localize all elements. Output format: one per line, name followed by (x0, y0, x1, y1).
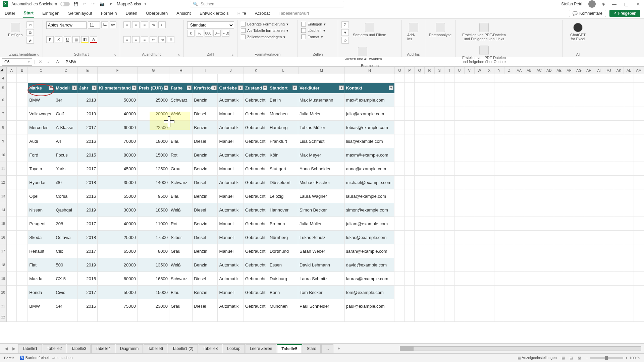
cell[interactable] (614, 176, 624, 189)
cell[interactable]: sarah@example.com (345, 244, 394, 258)
cell[interactable]: Nissan (28, 203, 54, 217)
cell[interactable]: 40000 (98, 107, 138, 121)
cell[interactable]: Dortmund (268, 244, 298, 258)
filter-dropdown-icon[interactable]: ▾ (187, 85, 192, 90)
cell[interactable] (634, 272, 644, 286)
cell[interactable] (584, 93, 594, 107)
cell[interactable] (604, 74, 614, 83)
cell[interactable]: Farbe▾ (169, 83, 193, 93)
cell[interactable] (534, 231, 544, 244)
cell[interactable] (405, 231, 415, 244)
cell[interactable]: 45000 (98, 162, 138, 176)
cell[interactable] (434, 162, 444, 176)
cell[interactable] (584, 203, 594, 217)
cell[interactable] (17, 162, 28, 176)
cell[interactable] (484, 189, 494, 203)
cell[interactable] (534, 74, 544, 83)
increase-indent-button[interactable]: ⇥ (158, 36, 166, 43)
cell[interactable]: Benzin (193, 258, 218, 272)
cell[interactable]: Automatik (218, 176, 244, 189)
cell[interactable] (434, 258, 444, 272)
cell[interactable] (494, 286, 504, 299)
cell[interactable] (554, 121, 564, 134)
cell[interactable]: 2017 (78, 217, 98, 231)
cell[interactable]: Kraftstoff▾ (193, 83, 218, 93)
cell[interactable] (464, 272, 474, 286)
menu-tab-hilfe[interactable]: Hilfe (237, 9, 247, 18)
cell[interactable]: Gebraucht (244, 162, 268, 176)
cell[interactable] (514, 231, 524, 244)
cell[interactable] (474, 134, 484, 148)
cell[interactable] (614, 217, 624, 231)
cell[interactable]: Diesel (193, 134, 218, 148)
cell[interactable] (554, 107, 564, 121)
column-header[interactable]: G (138, 67, 169, 74)
column-header[interactable]: L (268, 67, 298, 74)
cell[interactable]: Lukas Schulz (298, 231, 345, 244)
cell[interactable] (415, 134, 425, 148)
cell[interactable] (7, 176, 17, 189)
cell[interactable] (504, 176, 514, 189)
cell[interactable] (574, 203, 584, 217)
clear-button[interactable]: ◇ (341, 37, 349, 44)
cell[interactable] (415, 203, 425, 217)
addins-button[interactable]: Add-Ins (405, 21, 422, 42)
cell[interactable]: Benzin (193, 189, 218, 203)
cell[interactable] (634, 148, 644, 162)
cell[interactable] (544, 272, 554, 286)
cell[interactable] (494, 244, 504, 258)
filter-dropdown-icon[interactable]: ▾ (164, 85, 168, 90)
cell[interactable] (544, 148, 554, 162)
cell[interactable] (524, 162, 534, 176)
cell[interactable]: Automatik (218, 148, 244, 162)
cell[interactable] (454, 299, 465, 313)
cell[interactable] (614, 203, 624, 217)
cell[interactable] (474, 148, 484, 162)
cell[interactable] (474, 83, 484, 93)
avatar[interactable] (588, 0, 596, 8)
sheet-tab[interactable]: Tabelle1 (2) (168, 344, 198, 353)
cell[interactable] (584, 121, 594, 134)
cell[interactable] (564, 121, 574, 134)
cell[interactable] (584, 74, 594, 83)
cell[interactable]: juliam@example.com (345, 217, 394, 231)
cell[interactable] (504, 217, 514, 231)
cell[interactable]: Benzin (193, 244, 218, 258)
cell[interactable]: Automatik (218, 93, 244, 107)
cell[interactable] (524, 134, 534, 148)
align-center-button[interactable]: ≡ (132, 36, 140, 43)
column-header[interactable]: Y (494, 67, 504, 74)
cell[interactable] (594, 121, 604, 134)
cell[interactable]: Köln (268, 148, 298, 162)
cell[interactable] (7, 148, 17, 162)
cell[interactable]: Modell▾ (54, 83, 77, 93)
menu-tab-ansicht[interactable]: Ansicht (176, 9, 192, 18)
sheet-tab[interactable]: Leere Zeilen (246, 344, 277, 353)
cell[interactable] (504, 313, 514, 322)
cell[interactable]: 40000 (98, 217, 138, 231)
cell[interactable] (7, 272, 17, 286)
cell[interactable]: Paul Schneider (298, 299, 345, 313)
cell[interactable] (405, 203, 415, 217)
cell[interactable] (444, 121, 454, 134)
cell[interactable]: paul@example.com (345, 299, 394, 313)
cell[interactable] (574, 134, 584, 148)
cell[interactable] (504, 107, 514, 121)
cell[interactable] (634, 121, 644, 134)
column-header[interactable]: A (7, 67, 17, 74)
cell[interactable] (594, 217, 604, 231)
cell[interactable]: 2015 (78, 148, 98, 162)
minimize-icon[interactable]: — (611, 1, 617, 7)
column-header[interactable]: U (454, 67, 465, 74)
cell[interactable] (405, 162, 415, 176)
cell[interactable] (544, 244, 554, 258)
cell[interactable] (524, 203, 534, 217)
cell[interactable] (524, 313, 534, 322)
cell[interactable] (434, 189, 444, 203)
filter-dropdown-icon[interactable]: ▾ (212, 85, 217, 90)
cell[interactable] (394, 217, 405, 231)
cell[interactable] (494, 189, 504, 203)
share-button[interactable]: ↗Freigeben (609, 10, 640, 17)
cell[interactable] (7, 107, 17, 121)
cell[interactable]: Blau (169, 189, 193, 203)
